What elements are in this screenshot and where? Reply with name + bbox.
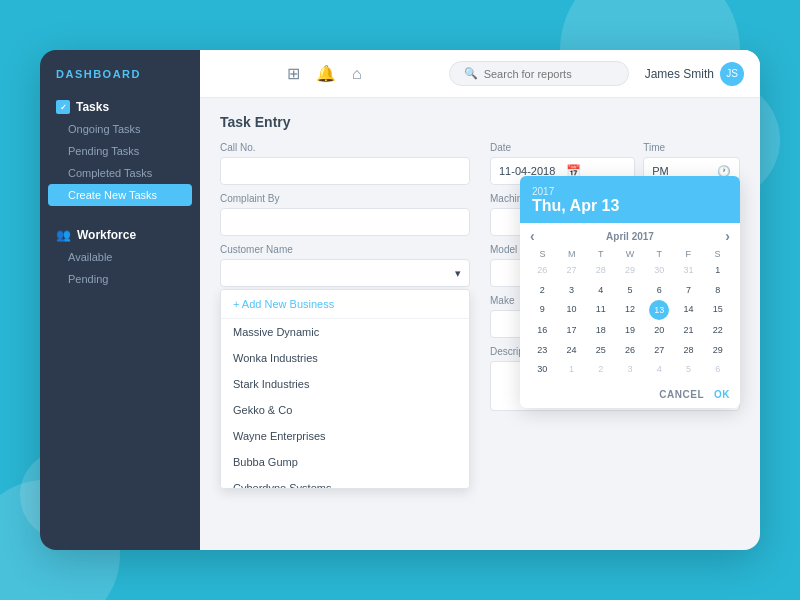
- calendar-year: 2017: [532, 186, 728, 197]
- calendar-day-label: Thu, Apr 13: [532, 197, 728, 215]
- topbar: ⊞ 🔔 ⌂ 🔍 James Smith JS: [200, 50, 760, 98]
- dropdown-item-1[interactable]: Wonka Industries: [221, 345, 469, 371]
- cal-day[interactable]: 30: [528, 360, 556, 379]
- cal-day[interactable]: 1: [704, 261, 732, 280]
- sidebar-item-completed[interactable]: Completed Tasks: [40, 162, 200, 184]
- cal-day[interactable]: 29: [704, 341, 732, 360]
- form-area: Task Entry Call No. Complaint By: [200, 98, 760, 550]
- customer-name-group: Customer Name ▾ + Add New Business Massi…: [220, 244, 470, 287]
- search-input[interactable]: [484, 68, 614, 80]
- app-container: DASHBOARD ✓ Tasks Ongoing Tasks Pending …: [40, 50, 760, 550]
- cal-day[interactable]: 7: [674, 281, 702, 300]
- call-no-input[interactable]: [220, 157, 470, 185]
- customer-name-trigger[interactable]: ▾: [220, 259, 470, 287]
- sidebar-item-create[interactable]: Create New Tasks: [48, 184, 192, 206]
- cal-day[interactable]: 4: [587, 281, 615, 300]
- cal-day[interactable]: 20: [645, 321, 673, 340]
- cal-day[interactable]: 21: [674, 321, 702, 340]
- search-bar[interactable]: 🔍: [449, 61, 629, 86]
- call-no-group: Call No.: [220, 142, 470, 185]
- chevron-down-icon: ▾: [455, 267, 461, 280]
- calendar-prev-btn[interactable]: ‹: [530, 229, 535, 243]
- cal-day[interactable]: 16: [528, 321, 556, 340]
- workforce-icon: 👥: [56, 228, 71, 242]
- cal-day[interactable]: 5: [674, 360, 702, 379]
- main-content: ⊞ 🔔 ⌂ 🔍 James Smith JS Task Entry: [200, 50, 760, 550]
- cal-day[interactable]: 9: [528, 300, 556, 320]
- cal-day[interactable]: 2: [587, 360, 615, 379]
- complaint-by-input[interactable]: [220, 208, 470, 236]
- complaint-by-label: Complaint By: [220, 193, 470, 204]
- cal-day[interactable]: 24: [557, 341, 585, 360]
- calendar-grid: S M T W T F S 26 27 28 29 30: [520, 249, 740, 385]
- grid-icon[interactable]: ⊞: [287, 64, 300, 83]
- cal-day[interactable]: 22: [704, 321, 732, 340]
- sidebar-item-pending[interactable]: Pending Tasks: [40, 140, 200, 162]
- dropdown-item-4[interactable]: Wayne Enterprises: [221, 423, 469, 449]
- cal-day[interactable]: 29: [616, 261, 644, 280]
- dropdown-item-5[interactable]: Bubba Gump: [221, 449, 469, 475]
- cal-day[interactable]: 2: [528, 281, 556, 300]
- cal-day[interactable]: 18: [587, 321, 615, 340]
- form-title: Task Entry: [220, 114, 740, 130]
- topbar-icons: ⊞ 🔔 ⌂: [216, 64, 433, 83]
- add-new-business-option[interactable]: + Add New Business: [221, 290, 469, 319]
- cal-day[interactable]: 27: [645, 341, 673, 360]
- cal-day[interactable]: 28: [674, 341, 702, 360]
- cal-day[interactable]: 8: [704, 281, 732, 300]
- user-name: James Smith: [645, 67, 714, 81]
- customer-name-dropdown[interactable]: ▾ + Add New Business Massive Dynamic Won…: [220, 259, 470, 287]
- cal-day-selected[interactable]: 13: [649, 300, 669, 320]
- cal-day[interactable]: 3: [616, 360, 644, 379]
- cal-day[interactable]: 17: [557, 321, 585, 340]
- cal-day[interactable]: 30: [645, 261, 673, 280]
- time-label: Time: [643, 142, 740, 153]
- cal-day[interactable]: 26: [528, 261, 556, 280]
- customer-dropdown-list: + Add New Business Massive Dynamic Wonka…: [220, 289, 470, 489]
- calendar-cancel-btn[interactable]: CANCEL: [659, 389, 704, 400]
- cal-day[interactable]: 11: [587, 300, 615, 320]
- cal-day[interactable]: 19: [616, 321, 644, 340]
- calendar-ok-btn[interactable]: OK: [714, 389, 730, 400]
- calendar-weekdays: S M T W T F S: [528, 249, 732, 259]
- sidebar-item-pending-wf[interactable]: Pending: [40, 268, 200, 290]
- customer-name-label: Customer Name: [220, 244, 470, 255]
- cal-day[interactable]: 26: [616, 341, 644, 360]
- cal-day[interactable]: 28: [587, 261, 615, 280]
- cal-day[interactable]: 10: [557, 300, 585, 320]
- search-icon: 🔍: [464, 67, 478, 80]
- cal-day[interactable]: 23: [528, 341, 556, 360]
- sidebar-item-available[interactable]: Available: [40, 246, 200, 268]
- dropdown-item-6[interactable]: Cyberdyne Systems: [221, 475, 469, 489]
- calendar-header: 2017 Thu, Apr 13: [520, 176, 740, 223]
- cal-day[interactable]: 3: [557, 281, 585, 300]
- calendar-footer: CANCEL OK: [520, 385, 740, 408]
- sidebar-title: DASHBOARD: [40, 50, 200, 94]
- calendar-next-btn[interactable]: ›: [725, 229, 730, 243]
- dropdown-item-2[interactable]: Stark Industries: [221, 371, 469, 397]
- sidebar-item-ongoing[interactable]: Ongoing Tasks: [40, 118, 200, 140]
- date-label: Date: [490, 142, 635, 153]
- cal-day[interactable]: 4: [645, 360, 673, 379]
- dropdown-item-3[interactable]: Gekko & Co: [221, 397, 469, 423]
- cal-day[interactable]: 6: [704, 360, 732, 379]
- sidebar: DASHBOARD ✓ Tasks Ongoing Tasks Pending …: [40, 50, 200, 550]
- tasks-icon: ✓: [56, 100, 70, 114]
- dropdown-item-0[interactable]: Massive Dynamic: [221, 319, 469, 345]
- bell-icon[interactable]: 🔔: [316, 64, 336, 83]
- cal-day[interactable]: 5: [616, 281, 644, 300]
- cal-day[interactable]: 12: [616, 300, 644, 320]
- cal-day[interactable]: 1: [557, 360, 585, 379]
- sidebar-workforce-section: 👥 Workforce: [40, 222, 200, 246]
- cal-day[interactable]: 6: [645, 281, 673, 300]
- cal-day[interactable]: 31: [674, 261, 702, 280]
- calendar-days: 26 27 28 29 30 31 1 2 3 4 5 6 7: [528, 261, 732, 379]
- cal-day[interactable]: 14: [674, 300, 702, 320]
- cal-day[interactable]: 15: [704, 300, 732, 320]
- home-icon[interactable]: ⌂: [352, 65, 362, 83]
- cal-day[interactable]: 27: [557, 261, 585, 280]
- calendar-popup: 2017 Thu, Apr 13 ‹ April 2017 › S M T W …: [520, 176, 740, 408]
- complaint-by-group: Complaint By: [220, 193, 470, 236]
- cal-day[interactable]: 25: [587, 341, 615, 360]
- user-avatar: JS: [720, 62, 744, 86]
